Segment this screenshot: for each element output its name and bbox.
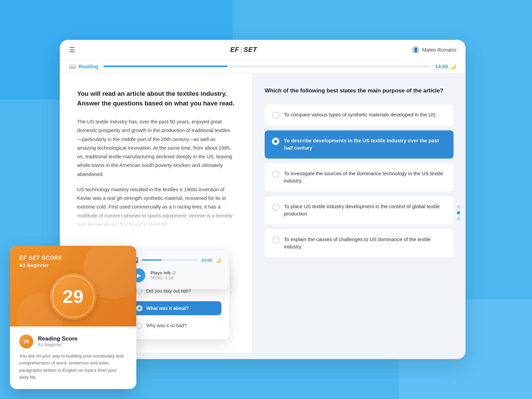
speaker-option-3[interactable]: Why was it so bad? — [131, 319, 221, 332]
reading-instruction: You will read an article about the texti… — [77, 89, 235, 108]
score-badge-small: 29 — [19, 334, 33, 348]
speaker-radio-2 — [136, 305, 142, 311]
score-card-header: EF SET SCORE A1 Beginner 29 — [10, 246, 136, 327]
app-logo: EF|SET — [230, 46, 257, 54]
score-description: You are on your way to building your voc… — [19, 352, 127, 381]
audio-meta: Plays left: 2 00:00 / 1:16 — [151, 270, 176, 280]
nav-dot-3[interactable] — [457, 217, 460, 220]
speaker-radio-3 — [136, 323, 142, 329]
audio-card: 🎧 14:00 🌙 ▶ Plays left: 2 00:00 / 1:16 — [123, 249, 229, 289]
audio-progress-track[interactable] — [142, 259, 198, 261]
score-circle: 29 — [50, 273, 96, 320]
header: ☰ EF|SET 👤 Mateo Romano — [60, 40, 466, 60]
ef-set-score-label: EF SET SCORE — [19, 255, 127, 261]
level-badge: A1 Beginner — [19, 262, 127, 268]
audio-header: 🎧 14:00 🌙 — [131, 256, 221, 264]
progress-bar-container: 📖 Reading 14:00 🌙 — [60, 60, 466, 73]
reading-paragraph-2-container: US technology mastery resulted in the te… — [77, 185, 235, 229]
nav-dot-2[interactable] — [457, 211, 460, 214]
score-number: 29 — [63, 286, 83, 307]
options-list: To compare various types of synthetic ma… — [265, 104, 454, 257]
audio-controls: ▶ Plays left: 2 00:00 / 1:16 — [131, 268, 221, 282]
score-card: EF SET SCORE A1 Beginner 29 29 Reading S… — [10, 246, 136, 389]
option-2-text: To describe developments in the US texti… — [284, 137, 446, 152]
timer-value: 14:00 — [435, 64, 448, 69]
question-text: Which of the following best states the m… — [265, 86, 454, 95]
score-info: Reading Score A1 Beginner — [38, 335, 77, 347]
reading-label: 📖 Reading — [69, 63, 98, 69]
user-avatar: 👤 — [412, 46, 419, 54]
book-icon: 📖 — [69, 63, 76, 69]
user-name: Mateo Romano — [422, 47, 456, 53]
speaker-options: Did you stay out late? What was it about… — [131, 284, 221, 332]
audio-timer: 14:00 — [201, 258, 212, 263]
option-1[interactable]: To compare various types of synthetic ma… — [265, 104, 454, 126]
radio-4 — [272, 203, 279, 211]
score-circle-container: 29 — [19, 273, 127, 320]
speaker-option-2[interactable]: What was it about? — [131, 301, 221, 315]
reading-score-title: Reading Score — [38, 335, 77, 342]
radio-1 — [272, 112, 279, 119]
moon-icon: 🌙 — [450, 64, 456, 69]
plays-left: Plays left: 2 — [151, 270, 176, 275]
reading-paragraph-1: The US textile industry has, over the pa… — [77, 117, 235, 179]
moon-icon-audio: 🌙 — [215, 257, 221, 263]
menu-button[interactable]: ☰ — [69, 46, 75, 54]
reading-paragraph-2: US technology mastery resulted in the te… — [77, 185, 235, 229]
reading-label-text: Reading — [78, 64, 98, 69]
timer: 14:00 🌙 — [435, 64, 456, 69]
nav-dot-1[interactable] — [457, 205, 460, 208]
reading-score-level: A1 Beginner — [38, 342, 77, 347]
option-4-text: To place US textile industry development… — [284, 203, 446, 218]
nav-dots — [457, 205, 460, 220]
radio-3 — [272, 171, 279, 178]
score-row: 29 Reading Score A1 Beginner — [19, 334, 127, 348]
speaker-option-2-text: What was it about? — [146, 306, 189, 311]
progress-fill — [103, 66, 227, 67]
option-5[interactable]: To explain the causes of challenges to U… — [265, 229, 454, 257]
option-5-text: To explain the causes of challenges to U… — [284, 236, 446, 251]
option-3[interactable]: To investigate the sources of the domina… — [265, 163, 454, 192]
score-card-body: 29 Reading Score A1 Beginner You are on … — [10, 327, 136, 389]
radio-2 — [272, 138, 279, 145]
question-panel: Which of the following best states the m… — [253, 73, 466, 352]
time-info: 00:00 / 1:16 — [151, 275, 176, 280]
user-profile[interactable]: 👤 Mateo Romano — [412, 46, 456, 54]
play-icon: ▶ — [137, 272, 141, 279]
option-4[interactable]: To place US textile industry development… — [265, 196, 454, 224]
option-3-text: To investigate the sources of the domina… — [284, 170, 446, 185]
progress-track — [103, 66, 430, 67]
speaker-option-3-text: Why was it so bad? — [146, 323, 187, 328]
radio-5 — [272, 236, 279, 244]
option-2[interactable]: To describe developments in the US texti… — [265, 130, 454, 159]
audio-progress-fill — [142, 259, 162, 261]
option-1-text: To compare various types of synthetic ma… — [284, 111, 435, 119]
